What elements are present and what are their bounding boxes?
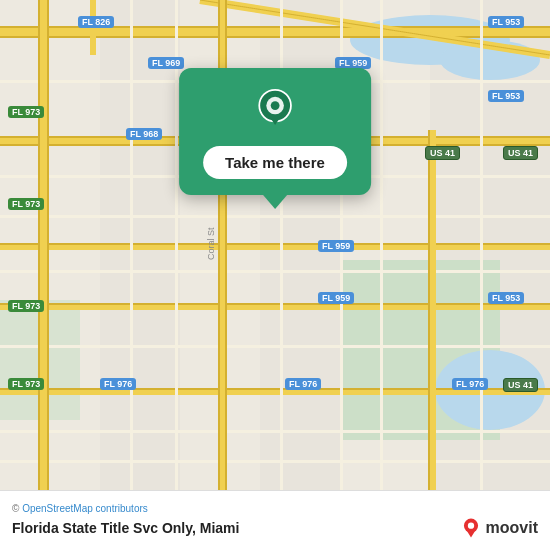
location-name: Florida State Title Svc Only, Miami — [12, 520, 239, 536]
location-pin-icon — [253, 88, 297, 132]
road-badge-fl953-3: FL 953 — [488, 292, 524, 304]
svg-rect-28 — [0, 215, 550, 218]
bottom-bar: © OpenStreetMap contributors Florida Sta… — [0, 490, 550, 550]
road-badge-fl973-3: FL 973 — [8, 300, 44, 312]
svg-rect-43 — [175, 0, 178, 490]
road-badge-fl969: FL 969 — [148, 57, 184, 69]
svg-rect-12 — [0, 28, 550, 36]
moovit-logo: moovit — [460, 517, 538, 539]
location-popup: Take me there — [179, 68, 371, 195]
road-badge-fl976-3: FL 976 — [452, 378, 488, 390]
svg-rect-32 — [0, 460, 550, 463]
svg-rect-29 — [0, 270, 550, 273]
location-city-text: Miami — [200, 520, 240, 536]
map-attribution: © OpenStreetMap contributors — [12, 503, 538, 514]
attribution-link[interactable]: OpenStreetMap contributors — [22, 503, 148, 514]
road-badge-fl976-2: FL 976 — [285, 378, 321, 390]
svg-rect-41 — [428, 130, 430, 490]
svg-text:Coral St: Coral St — [206, 227, 216, 260]
road-badge-fl968: FL 968 — [126, 128, 162, 140]
svg-rect-21 — [0, 243, 550, 245]
road-badge-fl826: FL 826 — [78, 16, 114, 28]
svg-rect-22 — [0, 305, 550, 310]
location-name-text: Florida State Title Svc Only — [12, 520, 192, 536]
svg-rect-42 — [130, 0, 133, 490]
svg-rect-23 — [0, 303, 550, 305]
road-badge-fl976-1: FL 976 — [100, 378, 136, 390]
road-badge-fl973-4: FL 973 — [8, 378, 44, 390]
moovit-pin-icon — [460, 517, 482, 539]
road-badge-fl973-1: FL 973 — [8, 106, 44, 118]
road-badge-fl973-2: FL 973 — [8, 198, 44, 210]
road-badge-fl959-3: FL 959 — [318, 292, 354, 304]
take-me-there-button[interactable]: Take me there — [203, 146, 347, 179]
road-badge-us41-3: US 41 — [503, 378, 538, 392]
svg-rect-34 — [38, 0, 40, 490]
svg-point-51 — [271, 101, 280, 110]
svg-rect-35 — [47, 0, 49, 490]
svg-rect-30 — [0, 345, 550, 348]
svg-rect-24 — [0, 390, 550, 395]
popup-arrow — [263, 195, 287, 209]
svg-rect-46 — [380, 0, 383, 490]
road-badge-fl959-2: FL 959 — [318, 240, 354, 252]
road-badge-fl953-2: FL 953 — [488, 90, 524, 102]
moovit-brand-name: moovit — [486, 519, 538, 537]
svg-rect-31 — [0, 430, 550, 433]
road-badge-us41-1: US 41 — [425, 146, 460, 160]
svg-rect-40 — [430, 130, 436, 490]
svg-rect-14 — [0, 36, 550, 38]
svg-marker-55 — [467, 531, 475, 537]
svg-rect-47 — [480, 0, 483, 490]
svg-rect-20 — [0, 245, 550, 250]
svg-rect-33 — [40, 0, 47, 490]
road-badge-fl953-1: FL 953 — [488, 16, 524, 28]
road-badge-us41-2: US 41 — [503, 146, 538, 160]
svg-point-54 — [467, 522, 473, 528]
map[interactable]: Coral St FL 826 FL 953 FL 969 FL 959 FL … — [0, 0, 550, 490]
